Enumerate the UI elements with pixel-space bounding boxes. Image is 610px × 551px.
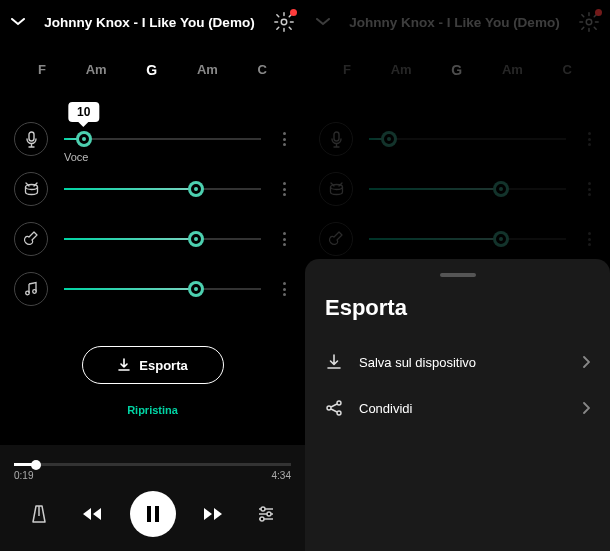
sheet-item-save[interactable]: Salva sul dispositivo [325, 339, 590, 385]
notification-dot-icon [595, 9, 602, 16]
track-row-guitar [14, 214, 291, 264]
download-icon [117, 358, 131, 372]
chord-strip: F Am G Am C [305, 44, 610, 94]
chord: Am [502, 62, 523, 78]
track-row-guitar [319, 214, 596, 264]
track-row-voice: 10 Voce [14, 114, 291, 164]
volume-slider[interactable]: 10 Voce [64, 138, 261, 140]
svg-rect-11 [334, 132, 339, 141]
svg-point-3 [25, 291, 29, 295]
svg-point-13 [327, 406, 331, 410]
chord-active[interactable]: G [146, 62, 157, 78]
track-row-drums [319, 164, 596, 214]
screen-mixer: Johnny Knox - I Like You (Demo) F Am G A… [0, 0, 305, 551]
svg-point-14 [337, 401, 341, 405]
volume-slider[interactable] [64, 188, 261, 190]
chord: F [343, 62, 351, 78]
chord-active: G [451, 62, 462, 78]
track-row-voice [319, 114, 596, 164]
svg-point-10 [586, 19, 592, 25]
music-note-icon[interactable] [14, 272, 48, 306]
chord: Am [391, 62, 412, 78]
chevron-right-icon [582, 402, 590, 414]
track-title: Johnny Knox - I Like You (Demo) [36, 15, 263, 30]
chord: C [563, 62, 572, 78]
download-icon [325, 353, 343, 371]
guitar-icon[interactable] [14, 222, 48, 256]
svg-point-15 [337, 411, 341, 415]
settings-button[interactable] [578, 11, 600, 33]
sheet-item-label: Condividi [359, 401, 412, 416]
svg-point-12 [330, 184, 342, 189]
more-icon [582, 232, 596, 246]
sheet-title: Esporta [325, 295, 590, 321]
track-row-music [14, 264, 291, 314]
track-list [305, 114, 610, 264]
svg-point-8 [267, 512, 271, 516]
chord[interactable]: Am [197, 62, 218, 78]
play-pause-button[interactable] [130, 491, 176, 537]
chord[interactable]: Am [86, 62, 107, 78]
rewind-button[interactable] [77, 507, 107, 521]
time-current: 0:19 [14, 470, 33, 481]
svg-rect-1 [29, 132, 34, 141]
drums-icon [319, 172, 353, 206]
mic-icon [319, 122, 353, 156]
more-icon[interactable] [277, 132, 291, 146]
svg-rect-5 [147, 506, 151, 522]
volume-slider[interactable] [64, 238, 261, 240]
export-label: Esporta [139, 358, 187, 373]
forward-button[interactable] [198, 507, 228, 521]
notification-dot-icon [290, 9, 297, 16]
sheet-item-label: Salva sul dispositivo [359, 355, 476, 370]
screen-export-sheet: Johnny Knox - I Like You (Demo) F Am G A… [305, 0, 610, 551]
restore-link[interactable]: Ripristina [0, 404, 305, 416]
track-row-drums [14, 164, 291, 214]
more-icon[interactable] [277, 282, 291, 296]
mic-icon[interactable] [14, 122, 48, 156]
header: Johnny Knox - I Like You (Demo) [305, 0, 610, 44]
chord[interactable]: C [258, 62, 267, 78]
export-button[interactable]: Esporta [82, 346, 224, 384]
chord[interactable]: F [38, 62, 46, 78]
volume-slider [369, 188, 566, 190]
settings-button[interactable] [273, 11, 295, 33]
pause-icon [146, 506, 160, 522]
more-icon[interactable] [277, 232, 291, 246]
export-sheet: Esporta Salva sul dispositivo Condividi [305, 259, 610, 551]
svg-point-4 [32, 290, 36, 294]
svg-point-0 [281, 19, 287, 25]
more-icon [582, 182, 596, 196]
sheet-handle[interactable] [440, 273, 476, 277]
sheet-item-share[interactable]: Condividi [325, 385, 590, 431]
more-icon[interactable] [277, 182, 291, 196]
more-icon [582, 132, 596, 146]
header: Johnny Knox - I Like You (Demo) [0, 0, 305, 44]
mixer-icon[interactable] [251, 506, 281, 522]
track-list: 10 Voce [0, 114, 305, 314]
collapse-chevron-icon[interactable] [10, 18, 26, 26]
player-bar: 0:19 4:34 [0, 445, 305, 551]
svg-rect-6 [155, 506, 159, 522]
chord-strip[interactable]: F Am G Am C [0, 44, 305, 94]
guitar-icon [319, 222, 353, 256]
svg-point-7 [261, 507, 265, 511]
share-icon [325, 399, 343, 417]
track-title: Johnny Knox - I Like You (Demo) [341, 15, 568, 30]
svg-point-9 [260, 517, 264, 521]
volume-slider[interactable] [64, 288, 261, 290]
time-total: 4:34 [272, 470, 291, 481]
progress-slider[interactable] [14, 463, 291, 466]
slider-tooltip: 10 [68, 102, 99, 122]
volume-slider [369, 138, 566, 140]
collapse-chevron-icon[interactable] [315, 18, 331, 26]
volume-slider [369, 238, 566, 240]
chevron-right-icon [582, 356, 590, 368]
track-label: Voce [64, 151, 88, 163]
svg-point-2 [25, 184, 37, 189]
metronome-icon[interactable] [24, 504, 54, 524]
drums-icon[interactable] [14, 172, 48, 206]
